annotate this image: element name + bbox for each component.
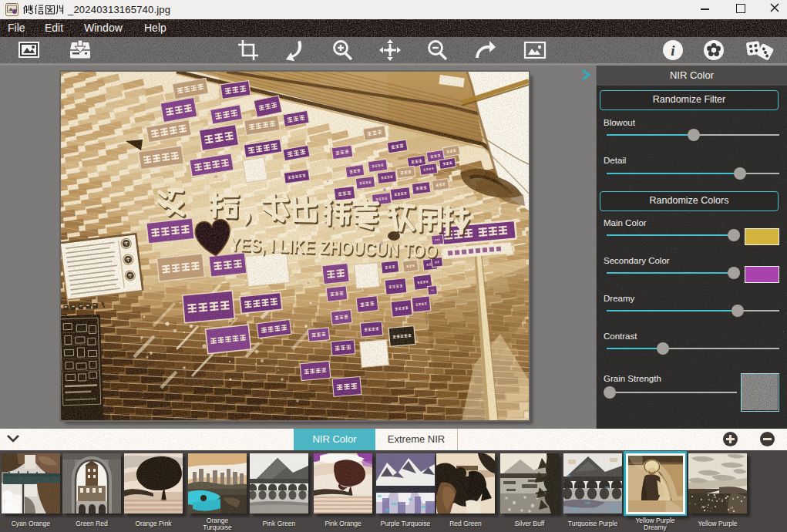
svg-text:i: i: [671, 42, 675, 59]
